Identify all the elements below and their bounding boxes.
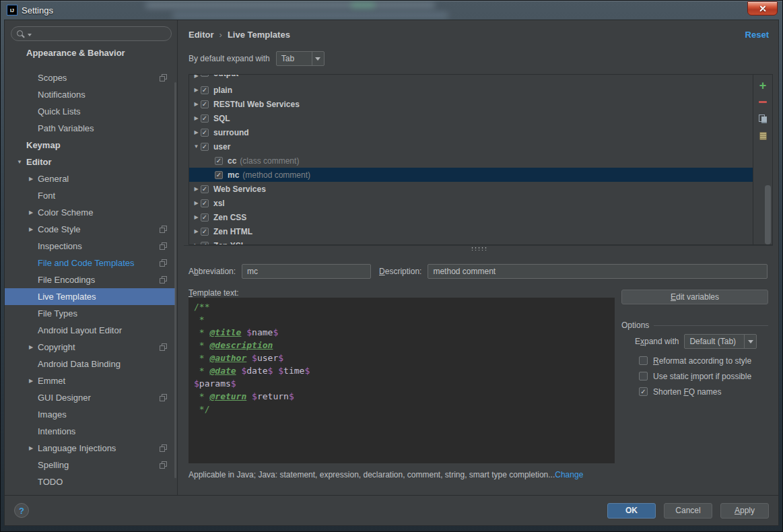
template-row-web-services[interactable]: ▶Web Services <box>189 182 753 196</box>
template-enabled-checkbox[interactable] <box>215 171 223 179</box>
option-checkbox[interactable] <box>639 372 648 380</box>
sidebar-item-copyright[interactable]: ▶Copyright <box>5 339 175 356</box>
option-use-static-import-if-possible[interactable]: Use static import if possible <box>621 368 768 384</box>
sidebar-item-file-colors[interactable]: File Colors <box>5 61 175 69</box>
description-field[interactable] <box>428 264 768 279</box>
sidebar-item-general[interactable]: ▶General <box>5 170 175 187</box>
cancel-button[interactable]: Cancel <box>664 503 712 519</box>
tree-collapsed-arrow-icon[interactable]: ▶ <box>26 440 36 457</box>
tree-collapsed-arrow-icon[interactable]: ▶ <box>192 224 201 238</box>
tree-collapsed-arrow-icon[interactable]: ▶ <box>192 125 201 139</box>
change-link[interactable]: Change <box>555 470 583 479</box>
template-enabled-checkbox[interactable] <box>201 100 209 108</box>
tree-collapsed-arrow-icon[interactable]: ▶ <box>192 97 201 111</box>
template-enabled-checkbox[interactable] <box>215 157 223 165</box>
template-row-restful-web-services[interactable]: ▶RESTful Web Services <box>189 97 753 111</box>
template-row-xsl[interactable]: ▶xsl <box>189 196 753 210</box>
tree-collapsed-arrow-icon[interactable]: ▶ <box>192 238 201 244</box>
abbreviation-field[interactable] <box>242 264 371 279</box>
default-expand-dropdown[interactable]: Tab <box>276 51 325 66</box>
template-row-cc[interactable]: cc(class comment) <box>189 154 753 168</box>
sidebar-item-todo[interactable]: TODO <box>5 473 175 490</box>
titlebar[interactable]: IJ Settings <box>1 1 782 20</box>
template-enabled-checkbox[interactable] <box>201 114 209 123</box>
template-row-mc[interactable]: mc(method comment) <box>189 168 753 182</box>
expand-with-dropdown[interactable]: Default (Tab) <box>684 334 757 349</box>
template-enabled-checkbox[interactable] <box>201 143 209 151</box>
sidebar-item-appearance-behavior[interactable]: Appearance & Behavior <box>5 44 175 61</box>
template-enabled-checkbox[interactable] <box>201 129 209 137</box>
dropdown-button[interactable] <box>744 335 756 348</box>
sidebar-item-spelling[interactable]: Spelling <box>5 457 175 473</box>
sidebar-item-android-layout-editor[interactable]: Android Layout Editor <box>5 322 175 339</box>
template-enabled-checkbox[interactable] <box>201 228 209 236</box>
remove-template-button[interactable] <box>757 96 769 108</box>
dropdown-button[interactable] <box>312 52 324 65</box>
sidebar-item-path-variables[interactable]: Path Variables <box>5 120 175 137</box>
sidebar-item-keymap[interactable]: Keymap <box>5 137 175 154</box>
template-row-sql[interactable]: ▶SQL <box>189 111 753 125</box>
tree-collapsed-arrow-icon[interactable]: ▶ <box>192 75 201 83</box>
tree-collapsed-arrow-icon[interactable]: ▶ <box>192 111 201 125</box>
sidebar-item-images[interactable]: Images <box>5 406 175 423</box>
template-enabled-checkbox[interactable] <box>201 185 209 193</box>
tree-collapsed-arrow-icon[interactable]: ▶ <box>26 221 36 238</box>
tree-collapsed-arrow-icon[interactable]: ▶ <box>26 170 36 187</box>
add-template-button[interactable]: + <box>757 79 769 91</box>
sidebar-item-font[interactable]: Font <box>5 187 175 204</box>
sidebar-item-live-templates[interactable]: Live Templates <box>5 288 175 305</box>
splitter-grip-icon[interactable] <box>471 246 487 251</box>
sidebar-item-emmet[interactable]: ▶Emmet <box>5 372 175 389</box>
tree-expanded-arrow-icon[interactable]: ▼ <box>192 139 201 154</box>
option-reformat-according-to-style[interactable]: Reformat according to style <box>621 353 768 368</box>
sidebar-item-scopes[interactable]: Scopes <box>5 69 175 86</box>
sidebar-item-notifications[interactable]: Notifications <box>5 86 175 103</box>
template-enabled-checkbox[interactable] <box>201 75 209 77</box>
panel-splitter[interactable] <box>184 245 773 251</box>
close-button[interactable] <box>747 1 778 15</box>
template-row-output[interactable]: ▶output <box>189 75 753 83</box>
sidebar-item-file-and-code-templates[interactable]: File and Code Templates <box>5 255 175 271</box>
breadcrumb-editor[interactable]: Editor <box>189 30 214 40</box>
sidebar-item-language-injections[interactable]: ▶Language Injections <box>5 440 175 457</box>
sidebar-item-quick-lists[interactable]: Quick Lists <box>5 103 175 120</box>
search-options-arrow-icon[interactable] <box>28 34 32 36</box>
template-enabled-checkbox[interactable] <box>201 199 209 207</box>
template-row-user[interactable]: ▼user <box>189 139 753 154</box>
sidebar-item-gui-designer[interactable]: GUI Designer <box>5 389 175 406</box>
settings-search-box[interactable] <box>11 26 172 41</box>
sidebar-scrollbar[interactable] <box>174 82 176 478</box>
template-row-zen-html[interactable]: ▶Zen HTML <box>189 224 753 238</box>
tree-collapsed-arrow-icon[interactable]: ▶ <box>192 196 201 210</box>
option-checkbox[interactable] <box>639 356 648 365</box>
sidebar-item-editor[interactable]: ▼Editor <box>5 154 175 170</box>
template-enabled-checkbox[interactable] <box>201 86 209 94</box>
sidebar-item-code-style[interactable]: ▶Code Style <box>5 221 175 238</box>
template-row-zen-css[interactable]: ▶Zen CSS <box>189 210 753 224</box>
sidebar-item-intentions[interactable]: Intentions <box>5 423 175 440</box>
reset-link[interactable]: Reset <box>745 30 769 40</box>
option-shorten-fq-names[interactable]: Shorten FQ names <box>621 384 768 399</box>
tree-collapsed-arrow-icon[interactable]: ▶ <box>26 204 36 221</box>
tree-collapsed-arrow-icon[interactable]: ▶ <box>26 372 36 389</box>
tree-expanded-arrow-icon[interactable]: ▼ <box>14 154 25 170</box>
tree-collapsed-arrow-icon[interactable]: ▶ <box>192 83 201 97</box>
tree-collapsed-arrow-icon[interactable]: ▶ <box>26 339 36 356</box>
template-row-surround[interactable]: ▶surround <box>189 125 753 139</box>
sidebar-item-android-data-binding[interactable]: Android Data Binding <box>5 356 175 372</box>
sidebar-item-file-types[interactable]: File Types <box>5 305 175 322</box>
template-row-zen-xsl[interactable]: ▶Zen XSL <box>189 238 753 244</box>
help-button[interactable]: ? <box>14 503 29 518</box>
template-editor[interactable]: /** * * @title $name$ * @description * @… <box>189 298 615 463</box>
sidebar-item-inspections[interactable]: Inspections <box>5 238 175 255</box>
search-input[interactable] <box>34 28 166 39</box>
template-enabled-checkbox[interactable] <box>201 242 209 245</box>
sidebar-item-color-scheme[interactable]: ▶Color Scheme <box>5 204 175 221</box>
template-enabled-checkbox[interactable] <box>201 213 209 222</box>
apply-button[interactable]: Apply <box>720 503 769 519</box>
option-checkbox[interactable] <box>639 387 648 396</box>
tree-collapsed-arrow-icon[interactable]: ▶ <box>192 182 201 196</box>
tree-collapsed-arrow-icon[interactable]: ▶ <box>192 210 201 224</box>
sidebar-item-file-encodings[interactable]: File Encodings <box>5 271 175 288</box>
template-row-plain[interactable]: ▶plain <box>189 83 753 97</box>
